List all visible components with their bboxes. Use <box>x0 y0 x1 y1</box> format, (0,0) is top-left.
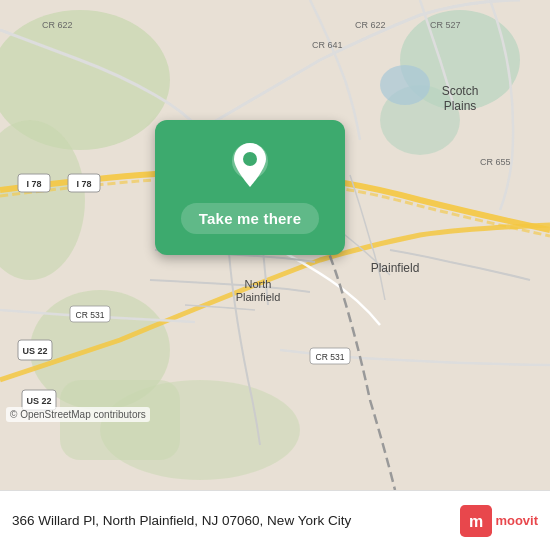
take-me-there-button[interactable]: Take me there <box>181 203 319 234</box>
map-attribution: © OpenStreetMap contributors <box>6 407 150 422</box>
svg-text:US 22: US 22 <box>22 346 47 356</box>
svg-text:CR 531: CR 531 <box>316 352 345 362</box>
north-plainfield-label: North <box>245 278 272 290</box>
address-text: 366 Willard Pl, North Plainfield, NJ 070… <box>12 512 460 530</box>
cr527-label: CR 527 <box>430 20 461 30</box>
moovit-icon: m <box>460 505 492 537</box>
svg-text:CR 531: CR 531 <box>76 310 105 320</box>
cr655-label: CR 655 <box>480 157 511 167</box>
cr641-label: CR 641 <box>312 40 343 50</box>
svg-text:Plains: Plains <box>444 99 477 113</box>
cr622-nw-label: CR 622 <box>42 20 73 30</box>
scotch-plains-label: Scotch <box>442 84 479 98</box>
svg-text:m: m <box>469 513 483 530</box>
svg-text:I 78: I 78 <box>26 179 41 189</box>
plainfield-label: Plainfield <box>371 261 420 275</box>
svg-text:US 22: US 22 <box>26 396 51 406</box>
svg-point-8 <box>380 65 430 105</box>
cr622-ne-label: CR 622 <box>355 20 386 30</box>
moovit-brand-name: moovit <box>495 513 538 529</box>
moovit-logo: m moovit <box>460 505 538 537</box>
location-pin-icon <box>228 141 272 193</box>
bottom-bar: 366 Willard Pl, North Plainfield, NJ 070… <box>0 490 550 550</box>
svg-text:I 78: I 78 <box>76 179 91 189</box>
svg-point-24 <box>243 152 257 166</box>
action-card[interactable]: Take me there <box>155 120 345 255</box>
svg-text:Plainfield: Plainfield <box>236 291 281 303</box>
map-container: CR 622 CR 622 CR 527 I 78 I 78 CR 641 CR… <box>0 0 550 490</box>
